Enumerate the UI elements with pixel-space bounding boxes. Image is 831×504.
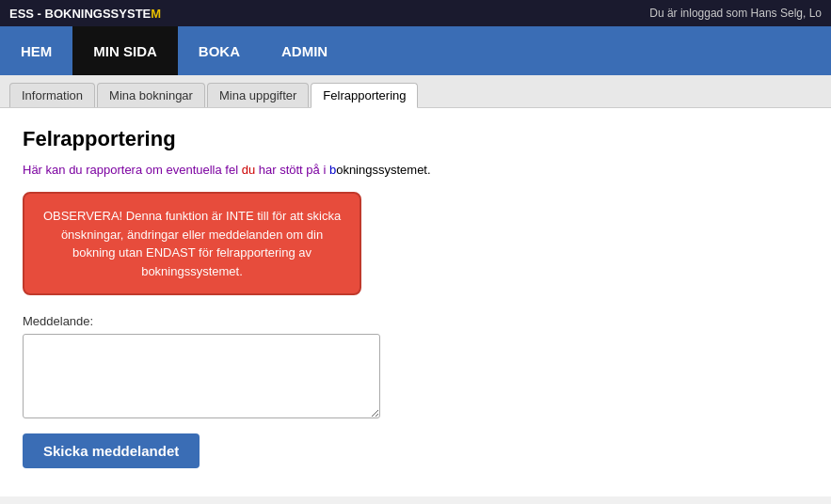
title-highlight: M bbox=[151, 7, 161, 21]
intro-part3: har stött på i bbox=[255, 163, 329, 177]
intro-text: Här kan du rapportera om eventuella fel … bbox=[23, 163, 808, 177]
nav-item-hem[interactable]: HEM bbox=[0, 26, 72, 75]
tab-mina-uppgifter[interactable]: Mina uppgifter bbox=[207, 83, 309, 107]
user-info: Du är inloggad som Hans Selg, Lo bbox=[649, 7, 822, 20]
nav-item-min-sida[interactable]: MIN SIDA bbox=[72, 26, 178, 75]
intro-part5: okningssystemet. bbox=[336, 163, 430, 177]
intro-part1: Här kan du rapportera om eventuella fel bbox=[23, 163, 242, 177]
topbar: ESS - BOKNINGSSYSTEM Du är inloggad som … bbox=[0, 0, 831, 26]
warning-box: OBSERVERA! Denna funktion är INTE till f… bbox=[23, 192, 361, 295]
nav-item-admin[interactable]: ADMIN bbox=[261, 26, 348, 75]
message-label: Meddelande: bbox=[23, 314, 808, 328]
report-form: Meddelande: Skicka meddelandet bbox=[23, 314, 808, 468]
page-title: Felrapportering bbox=[23, 127, 808, 151]
main-content: Felrapportering Här kan du rapportera om… bbox=[0, 108, 831, 496]
tab-strip: Information Mina bokningar Mina uppgifte… bbox=[0, 75, 831, 108]
nav-item-boka[interactable]: BOKA bbox=[178, 26, 261, 75]
tab-felrapportering[interactable]: Felrapportering bbox=[311, 83, 418, 108]
tab-information[interactable]: Information bbox=[9, 83, 95, 107]
warning-text: OBSERVERA! Denna funktion är INTE till f… bbox=[43, 209, 341, 278]
submit-button[interactable]: Skicka meddelandet bbox=[23, 433, 200, 468]
tab-mina-bokningar[interactable]: Mina bokningar bbox=[97, 83, 205, 107]
intro-part2: du bbox=[242, 163, 255, 177]
app-title: ESS - BOKNINGSSYSTEM bbox=[9, 7, 161, 21]
message-textarea[interactable] bbox=[23, 334, 380, 418]
main-nav: HEM MIN SIDA BOKA ADMIN bbox=[0, 26, 831, 75]
